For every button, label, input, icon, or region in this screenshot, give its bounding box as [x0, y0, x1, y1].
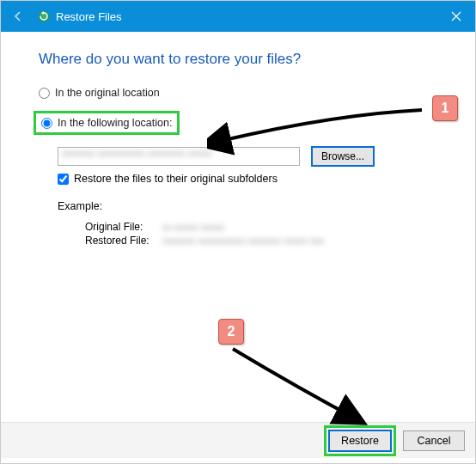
callout-1: 1: [432, 95, 458, 121]
dialog-heading: Where do you want to restore your files?: [39, 51, 437, 68]
dialog-body: Where do you want to restore your files?…: [1, 32, 475, 247]
callout-2: 2: [218, 319, 244, 345]
back-icon[interactable]: [8, 6, 28, 27]
cancel-button[interactable]: Cancel: [403, 430, 465, 451]
restore-highlight: Restore: [324, 425, 396, 456]
titlebar: Restore Files: [1, 1, 475, 32]
radio-following-location[interactable]: In the following location:: [34, 111, 180, 135]
radio-original-location[interactable]: In the original location: [39, 87, 437, 99]
checkbox-subfolders-input[interactable]: [58, 174, 69, 185]
arrow-2: [229, 345, 375, 430]
radio-original-label: In the original location: [55, 87, 160, 99]
example-title: Example:: [58, 200, 437, 212]
example-restored-value: xxxxxxx xxxxxxxxxx xxxxxxx xxxxx xxx: [162, 235, 437, 247]
radio-original-input[interactable]: [39, 88, 50, 99]
example-original-value: xx xxxxx xxxxx: [162, 221, 437, 233]
restore-button[interactable]: Restore: [329, 430, 391, 451]
close-icon[interactable]: [437, 1, 475, 32]
dialog-footer: Restore Cancel: [1, 422, 475, 458]
path-row: xxxxxxx xxxxxxxxxx xxxxxxxx xxxxx Browse…: [58, 147, 437, 166]
radio-following-input[interactable]: [41, 118, 52, 129]
window-title: Restore Files: [56, 10, 122, 23]
example-restored-label: Restored File:: [85, 235, 162, 247]
restore-files-icon: [37, 9, 51, 23]
radio-following-label: In the following location:: [58, 117, 172, 129]
example-block: Example: Original File: xx xxxxx xxxxx R…: [58, 200, 437, 247]
example-original-label: Original File:: [85, 221, 162, 233]
browse-button[interactable]: Browse...: [312, 147, 374, 166]
checkbox-subfolders-label: Restore the files to their original subf…: [74, 173, 278, 185]
checkbox-subfolders[interactable]: Restore the files to their original subf…: [58, 173, 437, 185]
path-input[interactable]: xxxxxxx xxxxxxxxxx xxxxxxxx xxxxx: [58, 147, 300, 166]
